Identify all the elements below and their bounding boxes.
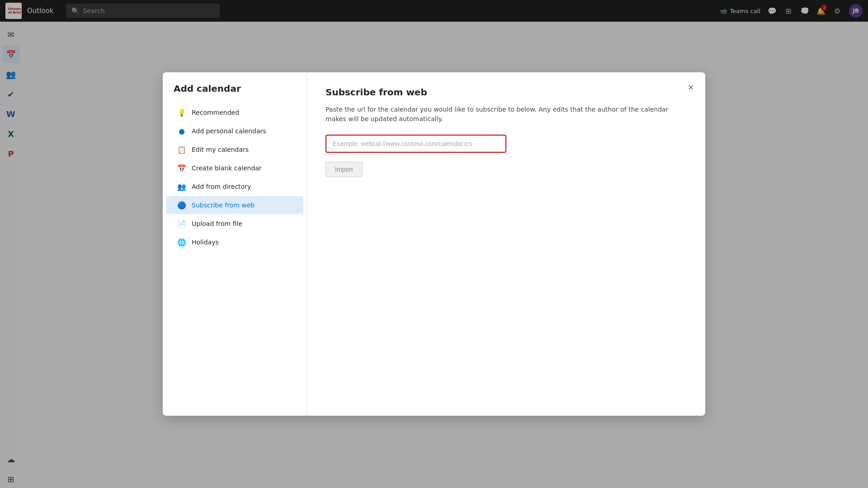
close-button[interactable]: × xyxy=(684,80,698,94)
nav-item-edit-my[interactable]: 📋 Edit my calendars xyxy=(166,141,303,159)
subscribe-web-icon: 🔵 xyxy=(177,201,186,210)
nav-item-subscribe-web[interactable]: 🔵 Subscribe from web xyxy=(166,196,303,214)
nav-label-create-blank: Create blank calendar xyxy=(192,164,262,172)
section-description: Paste the url for the calendar you would… xyxy=(326,105,687,124)
nav-label-add-personal: Add personal calendars xyxy=(192,127,266,135)
add-calendar-dialog: × Add calendar 💡 Recommended ● Add perso… xyxy=(163,72,705,416)
upload-file-icon: 📄 xyxy=(177,219,186,228)
nav-label-upload-file: Upload from file xyxy=(192,220,242,227)
section-title: Subscribe from web xyxy=(326,87,687,98)
nav-label-edit-my: Edit my calendars xyxy=(192,146,249,153)
add-directory-icon: 👥 xyxy=(177,182,186,191)
url-input-wrapper xyxy=(326,135,506,153)
create-blank-icon: 📅 xyxy=(177,164,186,173)
import-button[interactable]: Import xyxy=(326,162,363,177)
nav-item-create-blank[interactable]: 📅 Create blank calendar xyxy=(166,159,303,177)
holidays-icon: 🌐 xyxy=(177,238,186,247)
nav-item-recommended[interactable]: 💡 Recommended xyxy=(166,103,303,122)
nav-label-holidays: Holidays xyxy=(192,239,219,246)
url-input[interactable] xyxy=(326,136,505,152)
dialog-title: Add calendar xyxy=(163,83,307,103)
nav-label-subscribe-web: Subscribe from web xyxy=(192,202,255,209)
recommended-icon: 💡 xyxy=(177,108,186,117)
nav-item-holidays[interactable]: 🌐 Holidays xyxy=(166,233,303,251)
nav-item-add-directory[interactable]: 👥 Add from directory xyxy=(166,178,303,196)
nav-item-upload-file[interactable]: 📄 Upload from file xyxy=(166,215,303,233)
nav-item-add-personal[interactable]: ● Add personal calendars xyxy=(166,122,303,140)
add-personal-icon: ● xyxy=(177,127,186,136)
dialog-main-content: Subscribe from web Paste the url for the… xyxy=(307,72,705,416)
dialog-sidebar: Add calendar 💡 Recommended ● Add persona… xyxy=(163,72,307,416)
edit-my-icon: 📋 xyxy=(177,145,186,154)
dialog-nav: 💡 Recommended ● Add personal calendars 📋… xyxy=(163,103,307,251)
nav-label-recommended: Recommended xyxy=(192,109,239,116)
nav-label-add-directory: Add from directory xyxy=(192,183,251,190)
